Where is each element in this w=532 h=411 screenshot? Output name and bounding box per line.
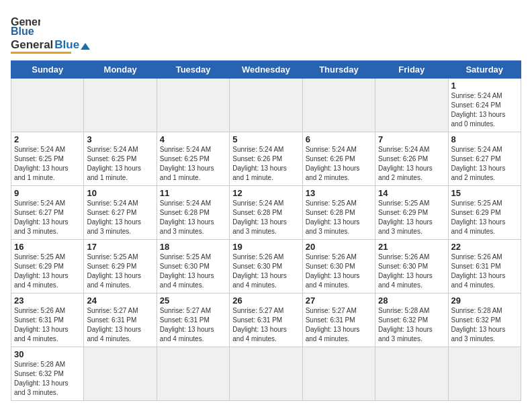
day-number: 9: [14, 188, 81, 198]
day-number: 18: [160, 242, 226, 252]
calendar-cell: 14Sunrise: 5:25 AM Sunset: 6:29 PM Dayli…: [375, 186, 448, 240]
day-number: 20: [306, 242, 372, 252]
calendar-week-row: 1Sunrise: 5:24 AM Sunset: 6:24 PM Daylig…: [11, 79, 521, 132]
calendar-cell: 8Sunrise: 5:24 AM Sunset: 6:27 PM Daylig…: [448, 132, 521, 186]
day-info: Sunrise: 5:24 AM Sunset: 6:26 PM Dayligh…: [232, 145, 299, 183]
calendar-week-row: 2Sunrise: 5:24 AM Sunset: 6:25 PM Daylig…: [11, 132, 521, 186]
day-info: Sunrise: 5:26 AM Sunset: 6:31 PM Dayligh…: [14, 306, 81, 344]
header-sunday: Sunday: [11, 61, 84, 79]
calendar-cell: 12Sunrise: 5:24 AM Sunset: 6:28 PM Dayli…: [230, 186, 302, 240]
day-number: 6: [306, 134, 372, 144]
day-number: 25: [160, 295, 226, 306]
calendar-cell: 11Sunrise: 5:24 AM Sunset: 6:28 PM Dayli…: [157, 186, 229, 240]
day-info: Sunrise: 5:24 AM Sunset: 6:25 PM Dayligh…: [87, 145, 153, 183]
day-number: 23: [14, 295, 81, 306]
day-info: Sunrise: 5:27 AM Sunset: 6:31 PM Dayligh…: [306, 306, 372, 344]
day-info: Sunrise: 5:25 AM Sunset: 6:29 PM Dayligh…: [87, 253, 153, 290]
day-info: Sunrise: 5:25 AM Sunset: 6:30 PM Dayligh…: [160, 253, 226, 290]
calendar-cell: 23Sunrise: 5:26 AM Sunset: 6:31 PM Dayli…: [11, 293, 84, 347]
calendar-cell: 3Sunrise: 5:24 AM Sunset: 6:25 PM Daylig…: [84, 132, 157, 186]
calendar-week-row: 16Sunrise: 5:25 AM Sunset: 6:29 PM Dayli…: [11, 240, 521, 293]
calendar-cell: [230, 79, 302, 132]
day-number: 5: [232, 134, 299, 144]
day-number: 3: [87, 134, 153, 144]
calendar-cell: [157, 347, 229, 401]
header-monday: Monday: [84, 61, 157, 79]
day-info: Sunrise: 5:28 AM Sunset: 6:32 PM Dayligh…: [378, 306, 445, 344]
day-number: 21: [378, 242, 445, 252]
day-info: Sunrise: 5:27 AM Sunset: 6:31 PM Dayligh…: [232, 306, 299, 344]
day-info: Sunrise: 5:24 AM Sunset: 6:25 PM Dayligh…: [160, 145, 226, 183]
calendar-cell: [302, 347, 375, 401]
calendar-cell: 22Sunrise: 5:26 AM Sunset: 6:31 PM Dayli…: [448, 240, 521, 293]
calendar-cell: 27Sunrise: 5:27 AM Sunset: 6:31 PM Dayli…: [302, 293, 375, 347]
day-number: 17: [87, 242, 153, 252]
calendar-cell: 10Sunrise: 5:24 AM Sunset: 6:27 PM Dayli…: [84, 186, 157, 240]
day-number: 29: [451, 295, 518, 306]
day-info: Sunrise: 5:28 AM Sunset: 6:32 PM Dayligh…: [14, 360, 81, 398]
day-number: 22: [451, 242, 518, 252]
day-number: 26: [232, 295, 299, 306]
calendar-cell: 7Sunrise: 5:24 AM Sunset: 6:26 PM Daylig…: [375, 132, 448, 186]
day-number: 1: [451, 81, 518, 91]
day-info: Sunrise: 5:25 AM Sunset: 6:29 PM Dayligh…: [451, 199, 518, 236]
header-tuesday: Tuesday: [157, 61, 229, 79]
header: General Blue General Blue: [11, 11, 521, 54]
day-info: Sunrise: 5:28 AM Sunset: 6:32 PM Dayligh…: [451, 306, 518, 344]
day-info: Sunrise: 5:27 AM Sunset: 6:31 PM Dayligh…: [160, 306, 226, 344]
day-info: Sunrise: 5:26 AM Sunset: 6:30 PM Dayligh…: [378, 253, 445, 290]
calendar-cell: 19Sunrise: 5:26 AM Sunset: 6:30 PM Dayli…: [230, 240, 302, 293]
day-number: 24: [87, 295, 153, 306]
day-info: Sunrise: 5:24 AM Sunset: 6:26 PM Dayligh…: [378, 145, 445, 183]
calendar-cell: 1Sunrise: 5:24 AM Sunset: 6:24 PM Daylig…: [448, 79, 521, 132]
day-info: Sunrise: 5:26 AM Sunset: 6:30 PM Dayligh…: [306, 253, 372, 290]
day-info: Sunrise: 5:25 AM Sunset: 6:29 PM Dayligh…: [14, 253, 81, 290]
logo-underline: [11, 52, 71, 54]
calendar-cell: 2Sunrise: 5:24 AM Sunset: 6:25 PM Daylig…: [11, 132, 84, 186]
day-number: 11: [160, 188, 226, 198]
calendar-cell: [448, 347, 521, 401]
day-info: Sunrise: 5:24 AM Sunset: 6:27 PM Dayligh…: [14, 199, 81, 236]
day-number: 10: [87, 188, 153, 198]
day-number: 30: [14, 349, 81, 359]
day-info: Sunrise: 5:24 AM Sunset: 6:28 PM Dayligh…: [160, 199, 226, 236]
header-wednesday: Wednesday: [230, 61, 302, 79]
calendar-cell: [157, 79, 229, 132]
day-info: Sunrise: 5:25 AM Sunset: 6:28 PM Dayligh…: [306, 199, 372, 236]
calendar-cell: 28Sunrise: 5:28 AM Sunset: 6:32 PM Dayli…: [375, 293, 448, 347]
header-friday: Friday: [375, 61, 448, 79]
day-info: Sunrise: 5:24 AM Sunset: 6:27 PM Dayligh…: [451, 145, 518, 183]
calendar-cell: [302, 79, 375, 132]
calendar-cell: 16Sunrise: 5:25 AM Sunset: 6:29 PM Dayli…: [11, 240, 84, 293]
day-number: 13: [306, 188, 372, 198]
day-info: Sunrise: 5:26 AM Sunset: 6:30 PM Dayligh…: [232, 253, 299, 290]
calendar-week-row: 30Sunrise: 5:28 AM Sunset: 6:32 PM Dayli…: [11, 347, 521, 401]
day-info: Sunrise: 5:24 AM Sunset: 6:26 PM Dayligh…: [306, 145, 372, 183]
calendar-cell: 20Sunrise: 5:26 AM Sunset: 6:30 PM Dayli…: [302, 240, 375, 293]
day-number: 15: [451, 188, 518, 198]
day-number: 27: [306, 295, 372, 306]
calendar-cell: 15Sunrise: 5:25 AM Sunset: 6:29 PM Dayli…: [448, 186, 521, 240]
logo-blue-text: Blue: [54, 39, 79, 50]
day-info: Sunrise: 5:27 AM Sunset: 6:31 PM Dayligh…: [87, 306, 153, 344]
logo: General Blue General Blue: [11, 11, 90, 54]
calendar-cell: 13Sunrise: 5:25 AM Sunset: 6:28 PM Dayli…: [302, 186, 375, 240]
calendar-cell: 29Sunrise: 5:28 AM Sunset: 6:32 PM Dayli…: [448, 293, 521, 347]
day-number: 7: [378, 134, 445, 144]
logo-icon: General Blue: [11, 11, 40, 39]
calendar-cell: 6Sunrise: 5:24 AM Sunset: 6:26 PM Daylig…: [302, 132, 375, 186]
calendar-table: Sunday Monday Tuesday Wednesday Thursday…: [11, 60, 521, 401]
day-number: 4: [160, 134, 226, 144]
calendar-cell: 30Sunrise: 5:28 AM Sunset: 6:32 PM Dayli…: [11, 347, 84, 401]
calendar-cell: 21Sunrise: 5:26 AM Sunset: 6:30 PM Dayli…: [375, 240, 448, 293]
day-info: Sunrise: 5:24 AM Sunset: 6:25 PM Dayligh…: [14, 145, 81, 183]
calendar-cell: 24Sunrise: 5:27 AM Sunset: 6:31 PM Dayli…: [84, 293, 157, 347]
day-number: 2: [14, 134, 81, 144]
calendar-cell: 25Sunrise: 5:27 AM Sunset: 6:31 PM Dayli…: [157, 293, 229, 347]
calendar-cell: [375, 347, 448, 401]
calendar-cell: [230, 347, 302, 401]
day-info: Sunrise: 5:24 AM Sunset: 6:28 PM Dayligh…: [232, 199, 299, 236]
logo-general: General: [11, 39, 53, 50]
day-number: 12: [232, 188, 299, 198]
page: General Blue General Blue Sunday Monday …: [0, 0, 532, 409]
